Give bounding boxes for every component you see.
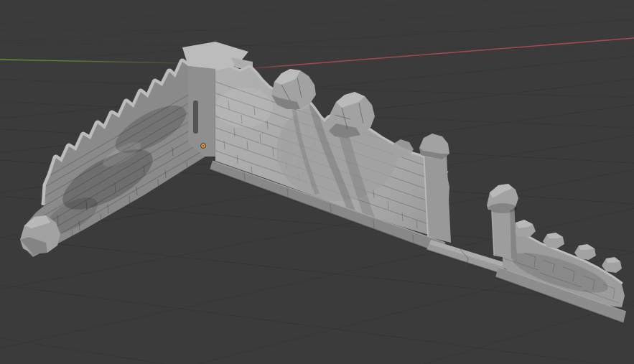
axis-x-line	[0, 38, 634, 88]
object-origin-point	[201, 144, 206, 149]
viewport-3d[interactable]	[0, 0, 634, 364]
left-wall[interactable]	[20, 57, 207, 257]
model-ruined-wall[interactable]	[20, 42, 626, 323]
right-ruins[interactable]	[426, 184, 626, 323]
corner-groove	[193, 101, 198, 134]
corner-face[interactable]	[188, 66, 215, 157]
rubble-pillar[interactable]	[487, 184, 518, 260]
wall-top-rock-1	[271, 69, 316, 109]
